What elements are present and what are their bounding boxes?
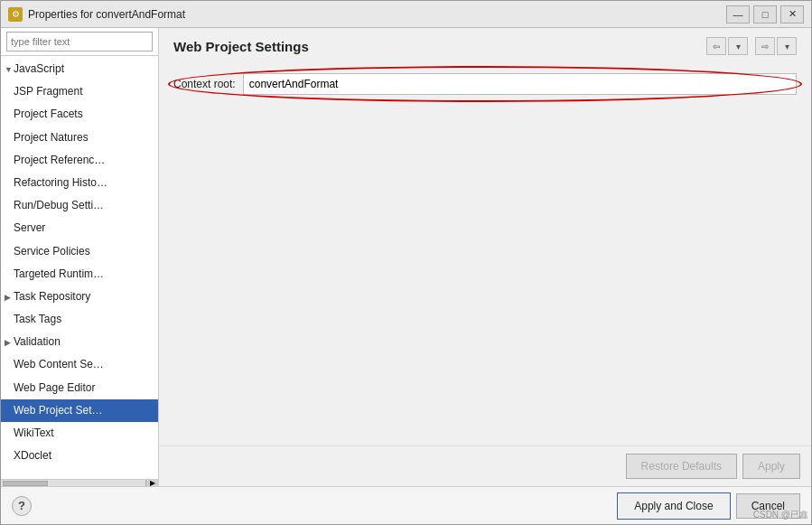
apply-button[interactable]: Apply xyxy=(742,454,800,479)
sidebar-item-label: Web Page Editor xyxy=(14,381,96,394)
sidebar-item-server[interactable]: Server xyxy=(1,217,158,239)
back-icon: ⇦ xyxy=(713,42,720,52)
sidebar-list: ▼ JavaScriptJSP FragmentProject FacetsPr… xyxy=(1,56,158,479)
sidebar-item-label: Server xyxy=(14,221,45,234)
forward-button[interactable]: ⇨ xyxy=(755,37,775,55)
sidebar-item-web-project-settings[interactable]: Web Project Set… xyxy=(1,399,158,422)
sidebar-item-task-tags[interactable]: Task Tags xyxy=(1,308,158,331)
forward-icon: ⇨ xyxy=(761,42,769,52)
back-dropdown-icon: ▾ xyxy=(736,42,741,52)
sidebar-item-jsp-fragment[interactable]: JSP Fragment xyxy=(1,80,158,103)
panel-header: Web Project Settings ⇦ ▾ ⇨ ▾ xyxy=(159,28,811,62)
expand-arrow-icon: ▼ xyxy=(5,63,14,76)
title-bar: ⚙ Properties for convertAndFormat — □ ✕ xyxy=(1,1,811,28)
panel-title: Web Project Settings xyxy=(173,39,309,54)
scrollbar-thumb[interactable] xyxy=(3,481,48,486)
forward-dropdown-button[interactable]: ▾ xyxy=(777,37,797,55)
footer-bar: ? Apply and Close Cancel xyxy=(1,486,811,524)
filter-input[interactable] xyxy=(6,32,153,52)
filter-box xyxy=(1,28,158,56)
window-icon: ⚙ xyxy=(8,7,23,22)
sidebar-item-xdoclet[interactable]: XDoclet xyxy=(1,445,158,467)
close-button[interactable]: ✕ xyxy=(780,5,804,23)
sidebar-item-javascript[interactable]: ▼ JavaScript xyxy=(1,58,158,80)
forward-dropdown-icon: ▾ xyxy=(785,42,789,52)
back-button[interactable]: ⇦ xyxy=(706,37,726,55)
sidebar-item-web-page-editor[interactable]: Web Page Editor xyxy=(1,377,158,399)
sidebar-item-label: Project Referenc… xyxy=(14,154,105,166)
sidebar-item-label: Service Policies xyxy=(14,245,90,258)
sidebar-item-web-content-settings[interactable]: Web Content Se… xyxy=(1,353,158,376)
context-root-input[interactable] xyxy=(243,73,797,95)
back-dropdown-button[interactable]: ▾ xyxy=(728,37,748,55)
apply-close-button[interactable]: Apply and Close xyxy=(617,492,730,520)
sidebar-item-label: Project Natures xyxy=(14,131,89,144)
sidebar-item-wikitext[interactable]: WikiText xyxy=(1,422,158,445)
window-controls: — □ ✕ xyxy=(726,5,804,23)
sidebar-item-task-repository[interactable]: ▶ Task Repository xyxy=(1,286,158,308)
sidebar-item-project-references[interactable]: Project Referenc… xyxy=(1,149,158,172)
sidebar-item-label: XDoclet xyxy=(14,449,51,462)
sidebar-item-validation[interactable]: ▶ Validation xyxy=(1,331,158,353)
sidebar-item-service-policies[interactable]: Service Policies xyxy=(1,240,158,263)
watermark: CSDN @已鑫 xyxy=(753,509,808,521)
sidebar-item-label: Targeted Runtim… xyxy=(14,267,104,280)
sidebar: ▼ JavaScriptJSP FragmentProject FacetsPr… xyxy=(1,28,159,486)
window-title: Properties for convertAndFormat xyxy=(28,8,726,21)
sidebar-hscrollbar[interactable]: ▶ xyxy=(1,479,158,486)
sidebar-item-label: JSP Fragment xyxy=(14,85,82,98)
sidebar-item-targeted-runtime[interactable]: Targeted Runtim… xyxy=(1,263,158,286)
sidebar-item-label: Validation xyxy=(14,335,61,348)
restore-defaults-button[interactable]: Restore Defaults xyxy=(626,454,737,479)
sidebar-item-label: Run/Debug Setti… xyxy=(14,199,104,211)
sidebar-item-label: WikiText xyxy=(14,427,54,439)
sidebar-item-label: Refactoring Histo… xyxy=(14,176,107,189)
sidebar-item-project-facets[interactable]: Project Facets xyxy=(1,103,158,126)
expand-arrow-icon: ▶ xyxy=(5,336,14,349)
sidebar-item-project-natures[interactable]: Project Natures xyxy=(1,127,158,149)
right-panel: Web Project Settings ⇦ ▾ ⇨ ▾ xyxy=(159,28,811,486)
help-button[interactable]: ? xyxy=(12,496,32,516)
sidebar-item-label: Task Repository xyxy=(14,290,90,303)
context-root-label: Context root: xyxy=(173,78,236,90)
maximize-button[interactable]: □ xyxy=(753,5,777,23)
properties-window: ⚙ Properties for convertAndFormat — □ ✕ … xyxy=(0,0,812,525)
main-content: ▼ JavaScriptJSP FragmentProject FacetsPr… xyxy=(1,28,811,486)
sidebar-item-label: Web Content Se… xyxy=(14,358,104,370)
panel-toolbar: ⇦ ▾ ⇨ ▾ xyxy=(706,37,797,55)
sidebar-item-refactoring-history[interactable]: Refactoring Histo… xyxy=(1,172,158,194)
sidebar-item-label: Project Facets xyxy=(14,108,83,120)
minimize-button[interactable]: — xyxy=(726,5,750,23)
expand-arrow-icon: ▶ xyxy=(5,291,14,304)
sidebar-item-label: JavaScript xyxy=(14,62,64,75)
sidebar-item-label: Web Project Set… xyxy=(14,404,102,417)
panel-body: Context root: xyxy=(159,62,811,445)
context-root-row: Context root: xyxy=(173,73,797,95)
sidebar-item-run-debug-settings[interactable]: Run/Debug Setti… xyxy=(1,194,158,217)
scroll-right-arrow[interactable]: ▶ xyxy=(145,480,158,487)
sidebar-item-label: Task Tags xyxy=(14,313,61,325)
restore-apply-bar: Restore Defaults Apply xyxy=(159,445,811,486)
